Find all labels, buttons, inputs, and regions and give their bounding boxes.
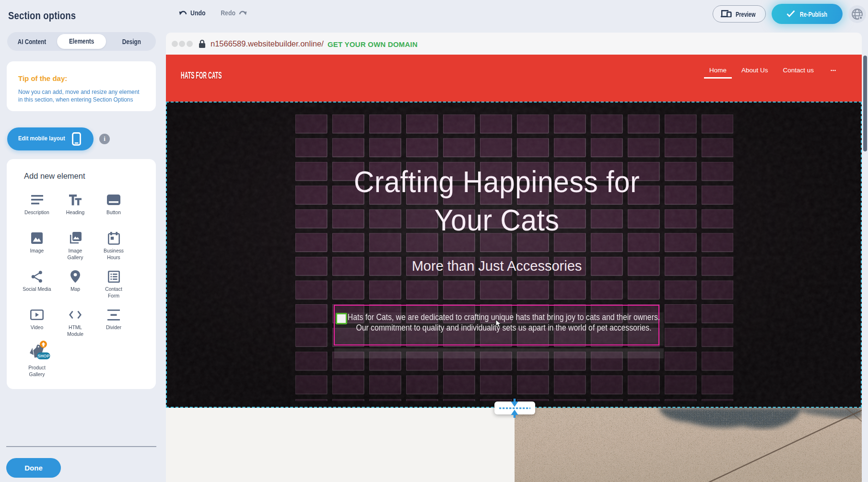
svg-text:SHOP: SHOP	[37, 354, 49, 358]
